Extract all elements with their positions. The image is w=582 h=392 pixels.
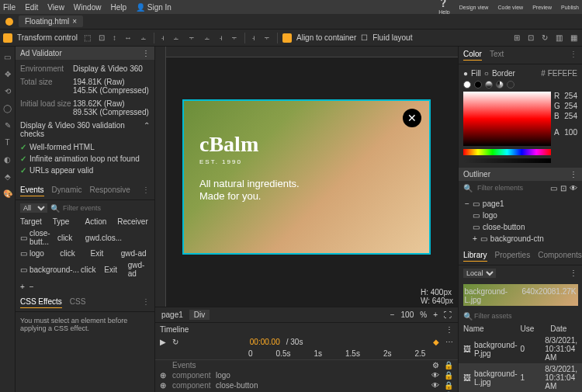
distribute-icon[interactable]: ⫞ xyxy=(250,33,257,42)
loop-button[interactable]: ↻ xyxy=(172,338,178,346)
event-row[interactable]: ▭logoclickExitgwd-ad xyxy=(16,248,154,259)
palette-tool-icon[interactable]: 🎨 xyxy=(2,188,13,199)
tool-icon[interactable]: ↕ xyxy=(111,33,118,42)
menu-help[interactable]: Help xyxy=(110,3,126,12)
ad-close-button[interactable]: ✕ xyxy=(403,109,421,127)
menu-icon[interactable]: ⋮ xyxy=(142,186,150,196)
events-filter-select[interactable]: All xyxy=(20,203,47,213)
color-picker[interactable] xyxy=(463,92,551,146)
hue-slider[interactable] xyxy=(463,149,551,155)
tab-library[interactable]: Library xyxy=(463,251,487,262)
shape-tool-icon[interactable]: ◯ xyxy=(2,102,13,113)
play-button[interactable]: ▶ xyxy=(160,338,166,346)
events-filter-input[interactable] xyxy=(63,204,150,212)
code-view-button[interactable]: Code view xyxy=(497,5,523,10)
align-icon[interactable]: ⫠ xyxy=(171,33,182,42)
tool-icon[interactable]: ▥ xyxy=(554,33,564,42)
pen-tool-icon[interactable]: ✎ xyxy=(2,120,13,130)
timeline-track[interactable]: ⊕componentlogo👁🔒 xyxy=(155,370,458,380)
close-tab-icon[interactable]: × xyxy=(72,17,77,26)
tree-item[interactable]: +▭background-ctn xyxy=(462,233,579,245)
menu-icon[interactable]: ⋮ xyxy=(445,325,453,334)
alpha-slider[interactable] xyxy=(463,158,551,163)
library-thumbnail[interactable]: background-L.jpg640x20081.27K xyxy=(463,284,578,306)
tool-icon[interactable]: ↔ xyxy=(123,33,133,42)
menu-window[interactable]: Window xyxy=(74,3,102,12)
tool-icon[interactable]: ▦ xyxy=(569,33,579,42)
fit-button[interactable]: ⛶ xyxy=(444,310,452,319)
tab-events[interactable]: Events xyxy=(20,186,44,196)
zoom-in-button[interactable]: + xyxy=(433,310,438,319)
menu-icon[interactable]: ⋮ xyxy=(570,269,577,277)
collapse-icon[interactable]: − xyxy=(465,199,469,208)
remove-event-button[interactable]: − xyxy=(29,283,34,291)
event-row[interactable]: ▭background-...clickExitgwd-ad xyxy=(16,259,154,279)
a-value[interactable]: 100 xyxy=(564,128,577,137)
move-tool-icon[interactable]: ✥ xyxy=(2,68,13,79)
file-tab[interactable]: Floating.html× xyxy=(19,16,83,27)
ad-logo[interactable]: cBalm xyxy=(199,132,414,157)
tool-icon[interactable]: ⊡ xyxy=(97,33,106,42)
library-scope-select[interactable]: Local xyxy=(463,269,496,278)
menu-icon[interactable]: ⋮ xyxy=(142,49,150,57)
menu-icon[interactable]: ⋮ xyxy=(570,170,577,179)
tab-color[interactable]: Color xyxy=(463,50,482,61)
distribute-icon[interactable]: ⫟ xyxy=(262,33,272,42)
border-radio[interactable]: ○ xyxy=(484,69,489,78)
rotate-tool-icon[interactable]: ⟲ xyxy=(2,85,13,96)
tab-properties[interactable]: Properties xyxy=(495,251,531,262)
asset-row[interactable]: 🖼background-L.jpg18/3/2021, 10:31:04 AM xyxy=(459,363,582,392)
timeline-track[interactable]: ⊕componentclose-button👁🔒 xyxy=(155,380,458,390)
tree-item[interactable]: ▭logo xyxy=(462,210,579,221)
outliner-filter[interactable] xyxy=(476,182,547,193)
menu-edit[interactable]: Edit xyxy=(25,3,38,12)
align-icon[interactable]: ⫞ xyxy=(217,33,224,42)
menu-view[interactable]: View xyxy=(47,3,64,12)
tree-item[interactable]: ▭close-button xyxy=(462,221,579,233)
align-icon[interactable]: ⫟ xyxy=(229,33,240,42)
collapse-icon[interactable]: ⌃ xyxy=(144,121,150,138)
align-icon[interactable]: ⫟ xyxy=(186,33,197,42)
fluid-toggle[interactable]: ☐ xyxy=(361,33,368,42)
tool-icon[interactable]: ⊞ xyxy=(512,33,521,42)
tree-item[interactable]: −▭page1 xyxy=(462,198,579,210)
event-row[interactable]: ▭close-butt...clickgwd.clos... xyxy=(16,227,154,248)
tab-text[interactable]: Text xyxy=(490,50,504,61)
tab-css-effects[interactable]: CSS Effects xyxy=(20,297,62,308)
expand-icon[interactable]: ⊕ xyxy=(160,381,168,390)
swatch[interactable] xyxy=(485,81,493,88)
breadcrumb-item[interactable]: Div xyxy=(189,310,210,320)
fill-radio[interactable]: ● xyxy=(463,69,468,78)
b-value[interactable]: 254 xyxy=(564,112,577,120)
hex-value[interactable]: # FEFEFE xyxy=(541,69,577,78)
tool-icon[interactable]: ⫠ xyxy=(138,33,149,42)
swatch[interactable] xyxy=(474,81,482,88)
transform-toggle[interactable] xyxy=(3,33,12,43)
tool-icon[interactable]: ↻ xyxy=(540,33,549,42)
expand-icon[interactable]: ⊕ xyxy=(160,371,168,380)
tab-css[interactable]: CSS xyxy=(70,297,86,308)
align-icon[interactable]: ⫞ xyxy=(159,33,166,42)
signin-button[interactable]: 👤 Sign In xyxy=(136,3,171,12)
tab-responsive[interactable]: Responsive xyxy=(89,186,130,196)
outliner-tool-icon[interactable]: ▭ xyxy=(550,184,557,193)
gear-icon[interactable]: ⚙ xyxy=(432,361,439,369)
outliner-tool-icon[interactable]: ⊡ xyxy=(560,184,566,193)
menu-icon[interactable]: ⋮ xyxy=(142,297,150,308)
r-value[interactable]: 254 xyxy=(564,92,577,100)
expand-icon[interactable]: + xyxy=(473,234,477,243)
add-event-button[interactable]: + xyxy=(20,283,25,291)
swatch[interactable] xyxy=(463,81,471,88)
ad-validator-header[interactable]: Ad Validator⋮ xyxy=(16,47,154,60)
text-tool-icon[interactable]: T xyxy=(2,137,13,147)
g-value[interactable]: 254 xyxy=(564,102,577,110)
ad-canvas[interactable]: ✕ cBalm EST. 1990 All natural ingredient… xyxy=(182,99,431,255)
library-filter[interactable] xyxy=(473,310,577,321)
menu-file[interactable]: File xyxy=(3,3,16,12)
timeline-menu-icon[interactable]: ⋯ xyxy=(445,338,453,346)
help-button[interactable]: ❔Help xyxy=(438,0,449,16)
tool-icon[interactable]: ⊡ xyxy=(526,33,535,42)
fill-tool-icon[interactable]: ◐ xyxy=(2,154,13,165)
zoom-out-button[interactable]: − xyxy=(390,310,395,319)
asset-row[interactable]: 🖼background-P.jpg08/3/2021, 10:31:04 AM xyxy=(459,335,582,363)
